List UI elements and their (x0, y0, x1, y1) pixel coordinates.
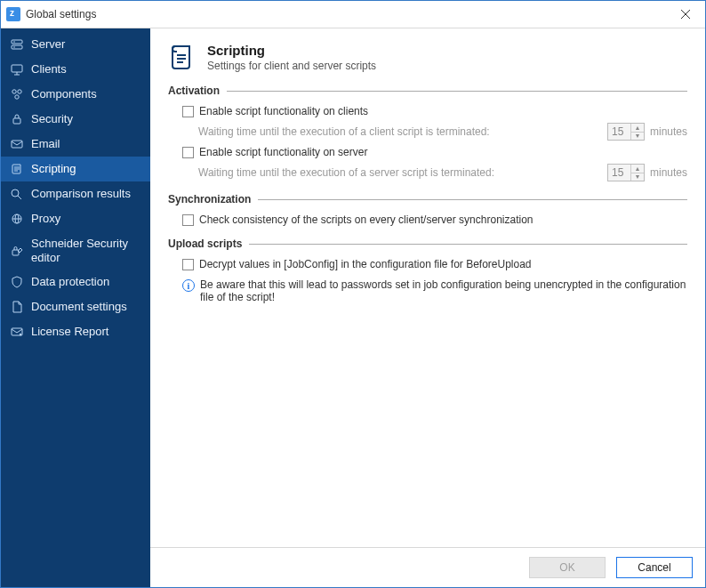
sidebar-item-label: Data protection (31, 275, 141, 289)
window-title: Global settings (26, 8, 96, 20)
sidebar-item-label: Document settings (31, 300, 141, 314)
page-header: Scripting Settings for client and server… (168, 43, 687, 72)
group-label: Synchronization (168, 193, 251, 205)
group-header-upload-scripts: Upload scripts (168, 238, 687, 250)
svg-point-24 (20, 334, 21, 335)
main-panel: Scripting Settings for client and server… (150, 28, 705, 587)
shield-icon (10, 275, 24, 289)
sidebar-item-email[interactable]: Email (1, 132, 150, 157)
sidebar: Server Clients Components Security (1, 28, 150, 587)
group-label: Upload scripts (168, 238, 242, 250)
row-enable-server-scripts: Enable script functionality on server (168, 143, 687, 161)
spinner-value: 15 (608, 124, 630, 140)
sidebar-item-clients[interactable]: Clients (1, 57, 150, 82)
compare-icon (10, 187, 24, 201)
spinner-down-icon[interactable]: ▼ (631, 133, 644, 141)
checkbox-enable-client-scripts[interactable] (182, 106, 194, 117)
spinner-up-icon[interactable]: ▲ (631, 165, 644, 173)
scripting-page-icon (168, 43, 197, 71)
row-client-wait-time: Waiting time until the execution of a cl… (168, 120, 687, 143)
spinner-server-wait-time[interactable]: 15 ▲ ▼ (607, 164, 645, 181)
spinner-up-icon[interactable]: ▲ (631, 124, 644, 133)
sidebar-item-label: Server (31, 37, 141, 52)
cancel-button[interactable]: Cancel (616, 557, 693, 578)
document-icon (10, 300, 24, 314)
sidebar-item-proxy[interactable]: Proxy (1, 206, 150, 231)
sidebar-item-label: Clients (31, 62, 141, 77)
server-icon (10, 37, 24, 52)
svg-rect-13 (12, 141, 22, 148)
wait-label: Waiting time until the execution of a cl… (198, 125, 490, 138)
checkbox-label: Enable script functionality on clients (199, 105, 368, 117)
checkbox-label: Check consistency of the scripts on ever… (199, 213, 534, 226)
sidebar-item-document-settings[interactable]: Document settings (1, 294, 150, 319)
sidebar-item-server[interactable]: Server (1, 32, 150, 57)
svg-point-9 (12, 90, 16, 93)
info-icon: i (182, 279, 195, 292)
lock-icon (10, 112, 24, 126)
svg-rect-2 (12, 40, 22, 44)
dialog-footer: OK Cancel (150, 547, 705, 587)
sidebar-item-label: Scripting (31, 162, 141, 176)
global-settings-window: Global settings Server Clients (0, 0, 706, 588)
close-button[interactable] (666, 1, 705, 28)
row-check-consistency: Check consistency of the scripts on ever… (168, 211, 687, 229)
checkbox-check-consistency[interactable] (182, 214, 194, 226)
checkbox-label: Decrypt values in [JobConfig] in the con… (199, 258, 532, 270)
script-icon (10, 162, 24, 176)
units-label: minutes (650, 166, 687, 179)
content-area: Scripting Settings for client and server… (150, 28, 705, 547)
svg-line-18 (18, 196, 21, 199)
sidebar-item-components[interactable]: Components (1, 82, 150, 107)
button-label: Cancel (638, 561, 670, 574)
row-decrypt-values: Decrypt values in [JobConfig] in the con… (168, 255, 687, 273)
spinner-client-wait-time[interactable]: 15 ▲ ▼ (607, 123, 645, 141)
svg-point-5 (13, 46, 15, 48)
group-divider (249, 244, 687, 245)
row-server-wait-time: Waiting time until the execution of a se… (168, 161, 687, 184)
components-icon (10, 87, 24, 101)
group-header-activation: Activation (168, 85, 687, 97)
svg-point-17 (12, 189, 19, 197)
sidebar-item-label: Security (31, 112, 141, 126)
sidebar-item-security[interactable]: Security (1, 107, 150, 132)
spinner-value: 15 (608, 165, 630, 181)
svg-point-10 (18, 90, 21, 93)
sidebar-item-label: Schneider Security editor (31, 237, 141, 264)
sidebar-item-comparison-results[interactable]: Comparison results (1, 181, 150, 206)
checkbox-decrypt-values[interactable] (182, 259, 194, 270)
group-label: Activation (168, 85, 220, 97)
sidebar-item-data-protection[interactable]: Data protection (1, 270, 150, 294)
sidebar-item-label: Proxy (31, 212, 141, 226)
sidebar-item-scripting[interactable]: Scripting (1, 157, 150, 181)
sidebar-item-label: Components (31, 87, 141, 101)
svg-point-11 (15, 95, 19, 99)
row-enable-client-scripts: Enable script functionality on clients (168, 102, 687, 120)
lock-edit-icon (10, 244, 24, 258)
spinner-down-icon[interactable]: ▼ (631, 173, 644, 181)
group-divider (227, 91, 687, 92)
ok-button[interactable]: OK (529, 557, 606, 578)
titlebar: Global settings (1, 1, 705, 28)
wait-label: Waiting time until the execution of a se… (198, 166, 494, 179)
mail-icon (10, 137, 24, 151)
sidebar-item-schneider-security-editor[interactable]: Schneider Security editor (1, 231, 150, 270)
globe-icon (10, 212, 24, 226)
sidebar-item-license-report[interactable]: License Report (1, 319, 150, 344)
group-divider (258, 199, 687, 200)
page-subtitle: Settings for client and server scripts (207, 60, 376, 72)
svg-rect-12 (13, 118, 20, 124)
report-icon (10, 325, 24, 339)
sidebar-item-label: Email (31, 137, 141, 151)
sidebar-item-label: Comparison results (31, 187, 141, 201)
page-title: Scripting (207, 43, 376, 58)
monitor-icon (10, 62, 24, 77)
button-label: OK (559, 561, 574, 574)
checkbox-enable-server-scripts[interactable] (182, 147, 194, 158)
svg-point-4 (13, 41, 15, 43)
svg-rect-3 (12, 45, 22, 49)
svg-rect-6 (12, 65, 22, 72)
app-icon (6, 7, 20, 21)
checkbox-label: Enable script functionality on server (199, 146, 367, 158)
group-header-synchronization: Synchronization (168, 193, 687, 205)
